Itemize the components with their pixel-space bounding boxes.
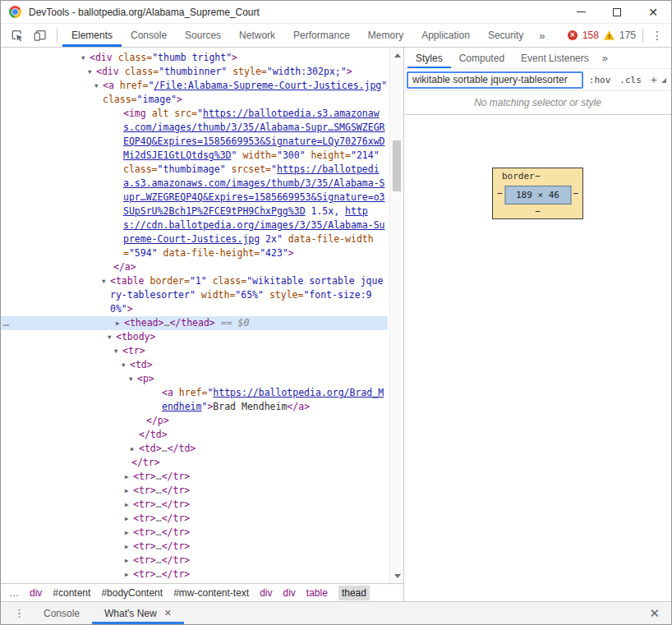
breadcrumb-item--content[interactable]: #content: [53, 587, 90, 599]
dom-tree-line[interactable]: ▼<table border="1" class="wikitable sort…: [1, 274, 388, 316]
tab-network[interactable]: Network: [230, 24, 284, 47]
dom-tree-line[interactable]: ▶<tr>…</tr>: [1, 568, 388, 581]
expand-arrow-icon[interactable]: ▶: [125, 526, 133, 540]
collapse-arrow-icon[interactable]: ▼: [88, 65, 96, 79]
dom-tree-line[interactable]: ▶<tr>…</tr>: [1, 512, 388, 526]
maximize-button[interactable]: [612, 7, 622, 17]
minimize-button[interactable]: [576, 7, 586, 17]
tab-memory[interactable]: Memory: [359, 24, 412, 47]
expand-arrow-icon[interactable]: ▶: [131, 442, 139, 456]
devtools-menu-icon[interactable]: ⋮: [647, 24, 668, 47]
expand-arrow-icon[interactable]: ▶: [125, 512, 133, 526]
tab-console[interactable]: Console: [122, 24, 176, 47]
sidebar-tab-event-listeners[interactable]: Event Listeners: [513, 48, 597, 68]
chrome-logo-icon: [9, 6, 21, 18]
warning-count[interactable]: 175: [619, 30, 636, 41]
dom-tree-line[interactable]: ▼<p>: [1, 372, 388, 386]
expand-arrow-icon[interactable]: ▶: [125, 484, 133, 498]
dom-node-val: "image": [137, 94, 177, 105]
dom-tree-line[interactable]: ▶<tr>…</tr>: [1, 470, 388, 484]
breadcrumb-item--[interactable]: …: [9, 587, 19, 599]
tab-security[interactable]: Security: [479, 24, 532, 47]
breadcrumb-item-div[interactable]: div: [283, 587, 296, 599]
tab-sources[interactable]: Sources: [176, 24, 230, 47]
box-model-border-top-value[interactable]: −: [535, 171, 541, 182]
dom-tree-line[interactable]: ▼<a href="/File:Alabama-Supreme-Court-Ju…: [1, 79, 388, 107]
dom-tree-line[interactable]: ▼<tbody>: [1, 330, 388, 344]
device-toolbar-icon[interactable]: [29, 24, 52, 47]
dom-tree-line[interactable]: </td>: [1, 428, 388, 442]
expand-arrow-icon[interactable]: ▶: [125, 568, 133, 581]
collapse-arrow-icon[interactable]: ▼: [129, 372, 137, 386]
dom-tree-line[interactable]: ▼<tr>: [1, 344, 388, 358]
scroll-up-icon[interactable]: [390, 48, 404, 62]
box-model-border[interactable]: border − − − − 189 × 46: [492, 168, 583, 219]
breadcrumb-item--mw-content-text[interactable]: #mw-content-text: [173, 587, 249, 599]
dom-node-dim: …: [156, 554, 162, 566]
expand-arrow-icon[interactable]: ▶: [125, 554, 133, 568]
box-model-border-label: border: [502, 171, 535, 182]
dom-node-source: <p>: [137, 372, 388, 386]
close-drawer-icon[interactable]: ✕: [644, 602, 665, 624]
more-tabs-button[interactable]: »: [532, 24, 551, 47]
warning-icon[interactable]: !: [604, 31, 614, 40]
dom-tree-line[interactable]: …▶<thead>…</thead> == $0: [1, 316, 388, 330]
breadcrumb-item--bodycontent[interactable]: #bodyContent: [101, 587, 163, 599]
dom-tree-line[interactable]: ▶<td>…</td>: [1, 442, 388, 456]
tab-application[interactable]: Application: [412, 24, 479, 47]
box-model-border-left-value[interactable]: −: [497, 188, 503, 199]
error-icon[interactable]: ✕: [568, 30, 578, 40]
expand-arrow-icon[interactable]: ▶: [125, 498, 133, 512]
dom-tree-line[interactable]: ▶<tr>…</tr>: [1, 484, 388, 498]
box-model-border-right-value[interactable]: −: [573, 188, 578, 199]
sidebar-tab-computed[interactable]: Computed: [451, 48, 513, 68]
collapse-arrow-icon[interactable]: ▼: [114, 344, 122, 358]
dom-node-tag: </a>: [287, 401, 310, 412]
dom-tree-line[interactable]: <a href="https://ballotpedia.org/Brad_Me…: [1, 386, 388, 414]
expand-arrow-icon[interactable]: ▶: [125, 540, 133, 554]
styles-filter-input[interactable]: [407, 71, 583, 89]
dom-tree-line[interactable]: </tr>: [1, 456, 388, 470]
tab-performance[interactable]: Performance: [284, 24, 359, 47]
dom-tree-line[interactable]: ▶<tr>…</tr>: [1, 498, 388, 512]
dom-tree-line[interactable]: ▶<tr>…</tr>: [1, 554, 388, 568]
drawer-tab-what-s-new[interactable]: What's New✕: [92, 602, 184, 624]
drawer-tab-console[interactable]: Console: [31, 602, 92, 624]
breadcrumb-item-thead[interactable]: thead: [338, 586, 370, 600]
drawer-menu-icon[interactable]: ⋮: [7, 602, 31, 624]
scroll-down-icon[interactable]: [390, 569, 404, 582]
breadcrumb-item-table[interactable]: table: [306, 587, 328, 599]
breadcrumb-item-div[interactable]: div: [260, 587, 272, 599]
close-tab-icon[interactable]: ✕: [164, 608, 172, 618]
dom-tree-line[interactable]: </p>: [1, 414, 388, 428]
new-style-rule-dropdown-icon[interactable]: [661, 78, 666, 83]
element-classes-button[interactable]: .cls: [619, 75, 642, 85]
collapse-arrow-icon[interactable]: ▼: [94, 79, 103, 107]
dom-tree-line[interactable]: ▼<div class="thumb tright">: [1, 51, 388, 65]
collapse-arrow-icon[interactable]: ▼: [122, 358, 130, 372]
breadcrumb-item-div[interactable]: div: [30, 587, 42, 599]
close-window-button[interactable]: ✕: [648, 7, 658, 17]
tab-elements[interactable]: Elements: [62, 24, 122, 47]
error-count[interactable]: 158: [582, 30, 599, 41]
dom-tree-line[interactable]: ▶<tr>…</tr>: [1, 540, 388, 554]
dom-tree-line[interactable]: <img alt src="https://ballotpedia.s3.ama…: [1, 107, 388, 260]
dom-tree-line[interactable]: ▼<td>: [1, 358, 388, 372]
collapse-arrow-icon[interactable]: ▼: [108, 330, 116, 344]
collapse-arrow-icon[interactable]: ▼: [102, 274, 110, 316]
collapse-arrow-icon[interactable]: ▼: [81, 51, 90, 65]
dom-tree-scrollbar[interactable]: [389, 48, 403, 583]
box-model-content-size[interactable]: 189 × 46: [504, 186, 571, 205]
scrollbar-thumb[interactable]: [393, 140, 401, 191]
new-style-rule-button[interactable]: +: [651, 73, 657, 86]
dom-tree-line[interactable]: ▼<div class="thumbinner" style="width:30…: [1, 65, 388, 79]
more-sidebar-tabs-button[interactable]: »: [597, 48, 613, 68]
dom-tree-line[interactable]: ▶<tr>…</tr>: [1, 526, 388, 540]
inspect-element-icon[interactable]: [6, 24, 29, 47]
expand-arrow-icon[interactable]: ▶: [116, 316, 124, 330]
dom-tree-line[interactable]: </a>: [1, 260, 388, 274]
box-model-border-bottom-value[interactable]: −: [535, 206, 541, 217]
expand-arrow-icon[interactable]: ▶: [125, 470, 133, 484]
sidebar-tab-styles[interactable]: Styles: [407, 48, 451, 68]
toggle-element-state-button[interactable]: :hov: [589, 75, 611, 85]
